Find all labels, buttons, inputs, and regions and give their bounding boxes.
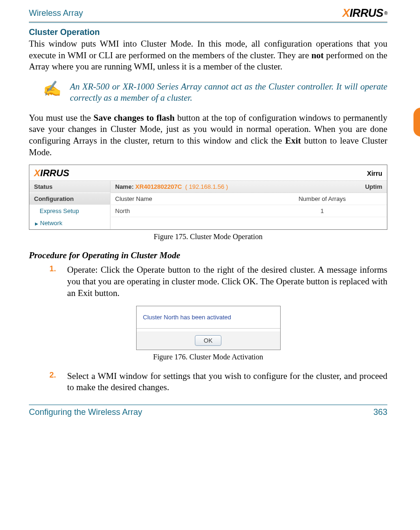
note-text: An XR-500 or XR-1000 Series Array cannot… xyxy=(70,81,387,104)
cell-number-arrays: 1 xyxy=(262,207,382,214)
chevron-right-icon: ▶ xyxy=(35,221,38,226)
text: button. xyxy=(92,288,119,298)
step-number: 1. xyxy=(49,264,58,299)
table-header: Cluster Name Number of Arrays xyxy=(110,193,387,205)
ip-value: ( 192.168.1.56 ) xyxy=(185,183,228,190)
header-title: Wireless Array xyxy=(29,8,83,18)
cell-cluster-name: North xyxy=(115,207,262,214)
figure-176-dialog: Cluster North has been activated OK xyxy=(136,306,281,350)
name-bar: Name: XR4012802207C ( 192.168.1.56 ) Upt… xyxy=(110,181,387,193)
text-bold: Operate xyxy=(137,265,165,275)
step-number: 2. xyxy=(49,371,58,393)
figure-175: IRRUS Xirru Status Configuration Express… xyxy=(29,165,387,230)
name-value: XR4012802207C xyxy=(135,183,182,190)
body-paragraph: You must use the Save changes to flash b… xyxy=(29,112,387,158)
footer-section: Configuring the Wireless Array xyxy=(29,407,142,417)
text-bold: Operate xyxy=(276,276,304,286)
text: You must use the xyxy=(29,113,94,123)
text-bold: OK xyxy=(243,276,255,286)
sidebar-item-configuration[interactable]: Configuration xyxy=(29,193,110,205)
text-bold: Operate: xyxy=(67,265,97,275)
figure-176-caption: Figure 176. Cluster Mode Activation xyxy=(29,353,387,361)
hand-writing-icon: ✍ xyxy=(43,81,62,104)
table-row: North 1 xyxy=(110,205,387,217)
brand-logo: IRRUS® xyxy=(342,7,387,20)
figure-main: Name: XR4012802207C ( 192.168.1.56 ) Upt… xyxy=(110,181,387,229)
text-bold: Exit xyxy=(78,288,93,298)
step-text: Operate: Click the Operate button to the… xyxy=(67,264,387,299)
text-bold: Save changes to flash xyxy=(94,113,175,123)
uptime-label: Uptim xyxy=(365,183,382,190)
page-footer: Configuring the Wireless Array 363 xyxy=(29,405,387,417)
col-cluster-name: Cluster Name xyxy=(115,195,262,202)
brand-text: IRRUS xyxy=(350,7,383,20)
note-block: ✍ An XR-500 or XR-1000 Series Array cann… xyxy=(43,81,387,104)
name-label: Name: xyxy=(115,183,135,190)
figure-top-bar: IRRUS Xirru xyxy=(29,165,387,181)
section-title: Cluster Operation xyxy=(29,28,387,37)
figure-sidebar: Status Configuration Express Setup ▶Netw… xyxy=(29,181,110,229)
divider-accent xyxy=(29,22,387,23)
figure-right-title: Xirru xyxy=(367,170,382,177)
text: Click the xyxy=(97,265,137,275)
figure-175-caption: Figure 175. Cluster Mode Operation xyxy=(29,233,387,241)
text: . The xyxy=(256,276,276,286)
logo-x-icon xyxy=(342,7,350,20)
step-text: Select a WMI window for settings that yo… xyxy=(67,371,387,393)
sidebar-item-network[interactable]: ▶Network xyxy=(29,217,110,229)
procedure-step-1: 1. Operate: Click the Operate button to … xyxy=(49,264,387,299)
page-header: Wireless Array IRRUS® xyxy=(29,7,387,21)
figure-brand-logo: IRRUS xyxy=(34,168,69,179)
sidebar-item-label: Network xyxy=(40,220,62,227)
dialog-message: Cluster North has been activated xyxy=(143,314,231,321)
intro-paragraph: This window puts WMI into Cluster Mode. … xyxy=(29,38,387,73)
sidebar-item-status[interactable]: Status xyxy=(29,181,110,193)
sidebar-item-express-setup[interactable]: Express Setup xyxy=(29,205,110,217)
brand-text: IRRUS xyxy=(40,168,69,178)
divider xyxy=(137,328,280,329)
col-number-arrays: Number of Arrays xyxy=(262,195,382,202)
dialog-button-row: OK xyxy=(137,331,280,350)
procedure-step-2: 2. Select a WMI window for settings that… xyxy=(49,371,387,393)
logo-x-icon xyxy=(34,168,40,178)
text-bold: not xyxy=(311,50,324,60)
ok-button[interactable]: OK xyxy=(195,335,221,346)
page-number: 363 xyxy=(373,407,387,417)
side-tab-marker xyxy=(413,108,420,137)
text-bold: Exit xyxy=(285,136,301,145)
procedure-heading: Procedure for Operating in Cluster Mode xyxy=(29,250,387,261)
divider xyxy=(29,21,387,22)
